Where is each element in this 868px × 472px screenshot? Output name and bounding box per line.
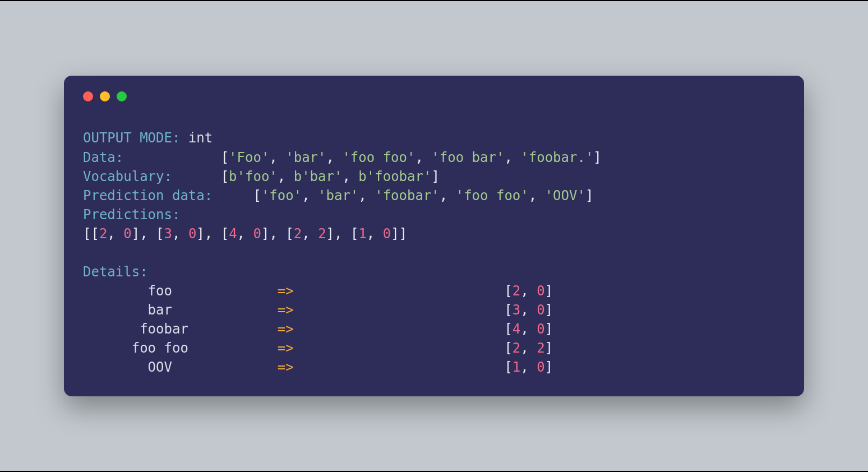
terminal-output: OUTPUT MODE: int Data: ['Foo', 'bar', 'f… <box>83 128 785 377</box>
zoom-icon[interactable] <box>117 91 127 101</box>
window-controls <box>83 91 785 101</box>
close-icon[interactable] <box>83 91 93 101</box>
minimize-icon[interactable] <box>100 91 110 101</box>
terminal-window: OUTPUT MODE: int Data: ['Foo', 'bar', 'f… <box>64 76 804 396</box>
